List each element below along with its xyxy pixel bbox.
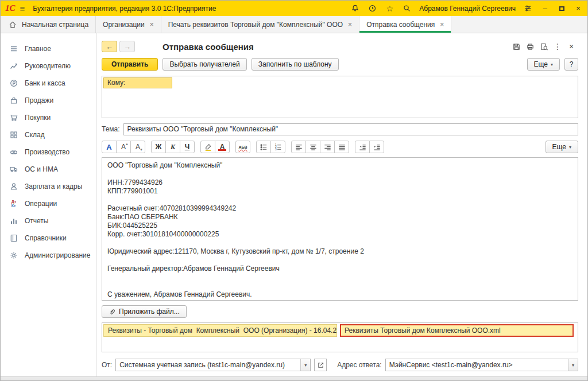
tab-send-message[interactable]: Отправка сообщения × <box>359 16 451 33</box>
maximize-button[interactable] <box>557 4 566 13</box>
from-account-input[interactable] <box>116 359 300 371</box>
line-chart-icon <box>9 61 19 71</box>
tab-close-icon[interactable]: × <box>440 21 444 29</box>
minimize-button[interactable]: – <box>540 4 550 13</box>
tab-label: Отправка сообщения <box>366 21 435 29</box>
person-icon <box>9 182 19 191</box>
back-button[interactable]: ← <box>102 41 117 52</box>
sidebar-item-label: ОС и НМА <box>25 165 58 173</box>
sidebar-item-fixed-assets[interactable]: ОС и НМА <box>1 161 96 178</box>
chevron-down-icon: ▾ <box>551 62 553 67</box>
bulleted-list-button[interactable] <box>256 141 271 153</box>
main-menu-icon[interactable]: ≡ <box>20 3 25 13</box>
svg-text:3: 3 <box>274 147 276 150</box>
preview-icon[interactable] <box>537 41 551 52</box>
italic-button[interactable]: К <box>165 141 180 153</box>
save-icon[interactable] <box>509 41 523 52</box>
from-account-select[interactable]: ▾ <box>115 359 311 371</box>
maximize-icon <box>559 6 564 11</box>
tab-bar: Начальная страница Организации × Печать … <box>1 16 587 33</box>
reply-address-input[interactable] <box>386 359 568 371</box>
chevron-down-icon: ▾ <box>569 145 571 150</box>
form-close-icon[interactable]: × <box>564 41 578 52</box>
sidebar-item-manager[interactable]: Руководителю <box>1 57 96 75</box>
attach-row: Приложить файл... <box>102 305 578 319</box>
indent-button[interactable] <box>369 141 384 153</box>
subject-input[interactable] <box>123 123 578 135</box>
underline-button[interactable]: Ч <box>180 141 195 153</box>
close-button[interactable]: × <box>574 4 583 13</box>
highlight-color-button[interactable] <box>200 141 215 153</box>
reply-address-select[interactable]: ▾ <box>385 359 578 371</box>
sidebar-item-label: Банк и касса <box>25 79 65 87</box>
recipients-area[interactable]: Кому: <box>102 76 578 118</box>
reply-dropdown-icon[interactable]: ▾ <box>568 359 578 371</box>
tab-home[interactable]: Начальная страница <box>1 16 96 33</box>
more-button[interactable]: Еще▾ <box>527 58 560 71</box>
tab-label: Организации <box>103 21 145 29</box>
attachment-item[interactable]: Реквизиты - Торговый дом Комплексный ООО… <box>103 324 337 337</box>
subject-row: Тема: <box>102 123 578 135</box>
align-right-button[interactable] <box>320 141 335 153</box>
send-button[interactable]: Отправить <box>102 58 158 71</box>
notifications-icon[interactable] <box>350 3 360 13</box>
reply-address-label: Адрес ответа: <box>337 361 381 369</box>
print-icon[interactable] <box>523 41 537 52</box>
sidebar-item-label: Зарплата и кадры <box>25 182 82 190</box>
editor-more-button[interactable]: Еще▾ <box>546 141 578 153</box>
editor-toolbar: А А А Ж К Ч А АБВ <box>102 140 578 154</box>
tab-close-icon[interactable]: × <box>348 21 352 29</box>
bag-icon <box>9 96 19 105</box>
sidebar-item-directories[interactable]: Справочники <box>1 230 96 247</box>
help-button[interactable]: ? <box>564 58 578 71</box>
tab-organizations[interactable]: Организации × <box>96 16 161 33</box>
spellcheck-button[interactable]: АБВ <box>235 141 250 153</box>
bold-button[interactable]: Ж <box>151 141 166 153</box>
tab-print-requisites[interactable]: Печать реквизитов Торговый дом "Комплекс… <box>161 16 359 33</box>
cart-icon <box>9 113 19 122</box>
message-body[interactable]: ООО "Торговый дом "Комплексный" ИНН:7799… <box>102 157 578 301</box>
sidebar-item-sales[interactable]: Продажи <box>1 92 96 109</box>
select-recipients-button[interactable]: Выбрать получателей <box>163 58 246 71</box>
font-size-decrease-button[interactable]: А <box>130 141 145 153</box>
sidebar-item-main[interactable]: Главное <box>1 40 96 57</box>
attachment-item-selected[interactable]: Реквизиты Торговый дом Комплексный ООО.x… <box>340 324 574 337</box>
sidebar-item-reports[interactable]: Отчеты <box>1 212 96 230</box>
font-size-increase-button[interactable]: А <box>116 141 131 153</box>
sidebar-item-bank-cash[interactable]: Банк и касса <box>1 75 96 92</box>
numbered-list-button[interactable]: 123 <box>270 141 285 153</box>
service-menu-icon[interactable] <box>523 3 533 13</box>
sidebar-item-operations[interactable]: ДтКт Операции <box>1 195 96 212</box>
fill-template-button[interactable]: Заполнить по шаблону <box>252 58 339 71</box>
tab-close-icon[interactable]: × <box>150 21 154 29</box>
book-icon <box>9 234 19 243</box>
to-field[interactable]: Кому: <box>103 77 172 88</box>
command-bar: Отправить Выбрать получателей Заполнить … <box>102 57 578 71</box>
search-icon[interactable] <box>402 3 412 13</box>
align-left-button[interactable] <box>291 141 306 153</box>
boxes-icon <box>9 130 19 139</box>
more-actions-icon[interactable]: ⋮ <box>551 41 564 52</box>
sidebar-item-production[interactable]: Производство <box>1 143 96 161</box>
1c-logo: 1С <box>5 3 16 13</box>
sidebar-item-administration[interactable]: Администрирование <box>1 247 96 264</box>
sidebar-item-payroll-hr[interactable]: Зарплата и кадры <box>1 178 96 195</box>
align-center-button[interactable] <box>305 141 320 153</box>
home-icon <box>7 20 18 29</box>
sidebar-item-purchases[interactable]: Покупки <box>1 109 96 126</box>
font-color-button[interactable]: А <box>215 141 230 153</box>
forward-button[interactable]: → <box>119 41 135 52</box>
attach-file-button[interactable]: Приложить файл... <box>102 305 187 318</box>
open-account-button[interactable] <box>314 359 327 371</box>
font-button[interactable]: А <box>102 141 117 153</box>
history-icon[interactable] <box>368 3 377 13</box>
outdent-button[interactable] <box>355 141 370 153</box>
paperclip-icon <box>109 308 116 316</box>
tab-label: Печать реквизитов Торговый дом "Комплекс… <box>168 21 343 29</box>
favorites-icon[interactable]: ☆ <box>385 3 394 13</box>
sidebar-item-warehouse[interactable]: Склад <box>1 126 96 143</box>
current-user[interactable]: Абрамов Геннадий Сергеевич <box>419 5 516 13</box>
titlebar: 1С ≡ Бухгалтерия предприятия, редакция 3… <box>1 1 587 16</box>
from-dropdown-icon[interactable]: ▾ <box>300 359 310 371</box>
align-justify-button[interactable] <box>334 141 349 153</box>
